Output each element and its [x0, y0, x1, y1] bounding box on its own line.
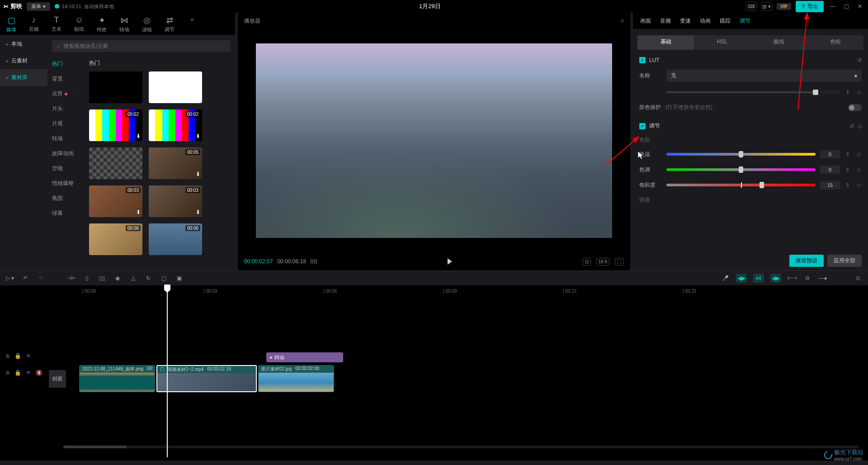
- lut-select[interactable]: 无 ▾: [666, 70, 862, 82]
- zoom-fit-icon[interactable]: ⊙: [854, 274, 863, 283]
- select-tool-icon[interactable]: ▷ ▾: [5, 274, 14, 283]
- tool-tab[interactable]: ♪音频: [23, 13, 45, 35]
- tool-tab[interactable]: ⋈转场: [113, 13, 136, 35]
- freeze-icon[interactable]: ◉: [113, 274, 122, 283]
- search-input[interactable]: ⌕: [52, 40, 231, 52]
- category-item[interactable]: 故障动画: [47, 146, 84, 161]
- timeline-scrollbar[interactable]: [63, 446, 859, 448]
- reset-icon[interactable]: ↺: [849, 123, 854, 129]
- keyframe-icon[interactable]: ◇: [858, 123, 862, 129]
- category-item[interactable]: 绿幕: [47, 206, 84, 221]
- inspector-subtab[interactable]: 曲线: [750, 35, 807, 50]
- inspector-tab[interactable]: 变速: [680, 17, 691, 25]
- undo-icon[interactable]: ↶: [21, 274, 30, 283]
- material-thumbnail[interactable]: 00:03⬇: [89, 185, 142, 217]
- track-lock-icon[interactable]: 🔒: [14, 370, 21, 376]
- align-icon[interactable]: ⊢⊣: [788, 274, 797, 283]
- magnet-preview-icon[interactable]: ◀▶: [770, 274, 781, 283]
- source-nav-item[interactable]: ▸素材库: [0, 69, 47, 86]
- stepper-icon[interactable]: ⇕: [844, 89, 851, 95]
- material-thumbnail[interactable]: 00:06: [149, 223, 202, 255]
- download-icon[interactable]: ⬇: [196, 133, 200, 139]
- tool-tab[interactable]: ◎滤镜: [136, 13, 158, 35]
- track-visible-icon[interactable]: 👁: [26, 370, 31, 376]
- save-preset-button[interactable]: 保存预设: [789, 255, 824, 267]
- adjust-checkbox[interactable]: ✓: [639, 123, 646, 129]
- split-icon[interactable]: ⊣⊢: [67, 274, 76, 283]
- smart-icon[interactable]: ▣: [175, 274, 184, 283]
- mirror-icon[interactable]: △: [128, 274, 137, 283]
- slider-thumb[interactable]: [760, 182, 764, 188]
- material-thumbnail[interactable]: 00:03⬇: [149, 185, 202, 217]
- tool-tab[interactable]: ▢媒体: [0, 13, 23, 35]
- track-lock-icon[interactable]: 🔒: [14, 353, 21, 359]
- inspector-tab[interactable]: 音频: [660, 17, 671, 25]
- inspector-subtab[interactable]: 基础: [637, 35, 694, 50]
- track-toggle-icon[interactable]: ⊕: [5, 353, 10, 359]
- track-toggle-icon[interactable]: ⊕: [5, 370, 10, 376]
- material-thumbnail[interactable]: [89, 71, 142, 103]
- material-thumbnail[interactable]: 00:02⬇: [149, 109, 202, 141]
- inspector-tab[interactable]: 画面: [640, 17, 651, 25]
- color-slider[interactable]: [666, 168, 816, 171]
- preview-frame[interactable]: [256, 43, 612, 238]
- magnet-link-icon[interactable]: ⋈: [753, 274, 764, 283]
- magnet-main-icon[interactable]: ◀▶: [736, 274, 747, 283]
- slider-thumb[interactable]: [739, 151, 743, 157]
- slider-value[interactable]: 15: [820, 181, 840, 189]
- slider-value[interactable]: 0: [820, 150, 840, 158]
- source-nav-item[interactable]: ▸本地: [0, 36, 47, 52]
- close-icon[interactable]: ✕: [855, 2, 864, 11]
- minimize-icon[interactable]: —: [828, 2, 837, 11]
- download-icon[interactable]: ⬇: [136, 133, 141, 139]
- category-item[interactable]: 元宵: [47, 86, 84, 101]
- tool-tab[interactable]: ⇄调节: [158, 13, 181, 35]
- inspector-subtab[interactable]: HSL: [694, 35, 750, 50]
- scrollbar-thumb[interactable]: [63, 446, 127, 448]
- export-button[interactable]: ⇧ 导出: [796, 1, 824, 12]
- player-menu-icon[interactable]: ≡: [621, 18, 624, 24]
- category-item[interactable]: 片尾: [47, 116, 84, 131]
- timeline-ruler[interactable]: | 00:00| 00:03| 00:06| 00:09| 00:12| 00:…: [0, 285, 868, 296]
- inspector-tab[interactable]: 跟踪: [720, 17, 731, 25]
- crop-icon[interactable]: ⊡: [583, 258, 591, 266]
- tool-tab[interactable]: T文本: [45, 13, 68, 35]
- ratio-button[interactable]: 16:9: [596, 258, 609, 266]
- category-item[interactable]: 热门: [47, 57, 84, 71]
- cover-label[interactable]: 封面: [49, 370, 66, 388]
- tool-tab[interactable]: ✦特效: [90, 13, 113, 35]
- tool-tab[interactable]: ☺贴纸: [68, 13, 90, 35]
- category-item[interactable]: 空镜: [47, 161, 84, 176]
- keyframe-icon[interactable]: ◇: [855, 151, 862, 157]
- timeline-clip[interactable]: 2022-12-08_111449_副本.png00:: [79, 365, 155, 392]
- timeline-clip-selected[interactable]: ▢视频素材2~2.mp400:00:02:18: [156, 365, 257, 392]
- lut-checkbox[interactable]: ✓: [639, 57, 646, 63]
- track-mute-icon[interactable]: 🔇: [36, 370, 42, 376]
- keyframe-icon[interactable]: ◇: [855, 166, 862, 173]
- play-button[interactable]: [321, 258, 578, 265]
- rotate-icon[interactable]: ↻: [144, 274, 153, 283]
- search-field[interactable]: [63, 43, 226, 49]
- category-item[interactable]: 片头: [47, 101, 84, 116]
- inspector-subtab[interactable]: 色轮: [807, 35, 863, 50]
- inspector-tab[interactable]: 动画: [700, 17, 711, 25]
- effect-clip[interactable]: ✦ 抖动: [266, 352, 343, 362]
- maximize-icon[interactable]: ▢: [842, 2, 851, 11]
- keyboard-icon[interactable]: ⌨: [746, 2, 757, 11]
- category-item[interactable]: 氛围: [47, 191, 84, 206]
- lut-strength-value[interactable]: [820, 91, 840, 94]
- delete-left-icon[interactable]: ▯: [82, 274, 91, 283]
- keyframe-icon[interactable]: ◇: [855, 89, 862, 95]
- apply-all-button[interactable]: 应用全部: [827, 255, 862, 267]
- redo-icon[interactable]: ↷: [36, 274, 45, 283]
- mic-icon[interactable]: 🎤: [721, 274, 730, 283]
- color-slider[interactable]: [666, 153, 816, 156]
- download-icon[interactable]: ⬇: [196, 171, 200, 177]
- download-icon[interactable]: ⬇: [136, 209, 141, 215]
- reset-icon[interactable]: ↺: [857, 57, 862, 63]
- material-thumbnail[interactable]: 00:06: [89, 223, 142, 255]
- source-nav-item[interactable]: ▸云素材: [0, 52, 47, 69]
- slider-thumb[interactable]: [739, 166, 743, 173]
- stepper-icon[interactable]: ⇕: [844, 182, 851, 188]
- layout-icon[interactable]: ▥ ▾: [761, 2, 772, 11]
